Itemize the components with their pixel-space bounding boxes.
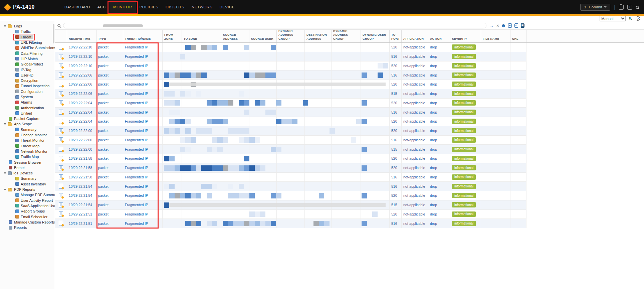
log-detail-icon[interactable] xyxy=(59,82,63,87)
sidebar-item-threat-monitor[interactable]: Threat Monitor xyxy=(0,138,55,143)
table-row[interactable]: 10/29 22:22:10packetFragmented IP520not-… xyxy=(55,61,526,71)
log-detail-icon[interactable] xyxy=(59,128,63,133)
log-detail-icon[interactable] xyxy=(59,156,63,161)
sidebar-item-decryption[interactable]: Decryption xyxy=(0,78,55,83)
sidebar-item-summary[interactable]: Summary xyxy=(0,176,55,181)
table-row[interactable]: 10/29 22:22:04packetFragmented IP520not-… xyxy=(55,99,526,108)
save-config-icon[interactable] xyxy=(627,5,632,10)
table-row[interactable]: 10/29 22:22:00packetFragmented IP515not-… xyxy=(55,145,526,154)
sidebar-item-system[interactable]: System xyxy=(0,94,55,100)
sidebar-item-unified[interactable]: Unified xyxy=(0,111,55,116)
log-detail-icon[interactable] xyxy=(59,119,63,124)
table-row[interactable]: 10/29 22:22:10packetFragmented IP516not-… xyxy=(55,52,526,61)
table-row[interactable]: 10/29 22:21:58packetFragmented IP516not-… xyxy=(55,173,526,182)
global-search-icon[interactable] xyxy=(636,6,639,9)
log-detail-icon[interactable] xyxy=(59,147,63,152)
sidebar-item-saas-application-usage[interactable]: SaaS Application Usage xyxy=(0,203,55,208)
sidebar-item-threat[interactable]: Threat xyxy=(0,34,55,40)
open-filter-icon[interactable] xyxy=(514,23,518,28)
sidebar-scrollbar-thumb[interactable] xyxy=(53,24,54,43)
table-row[interactable]: 10/29 22:22:10packetFragmented IP520not-… xyxy=(55,43,526,52)
column-header-receive-time[interactable]: RECEIVE TIME xyxy=(67,30,96,42)
log-detail-icon[interactable] xyxy=(59,202,63,207)
export-log-icon[interactable] xyxy=(521,23,524,28)
log-detail-icon[interactable] xyxy=(59,91,63,96)
table-row[interactable]: 10/29 22:22:00packetFragmented IP516not-… xyxy=(55,136,526,145)
column-header-severity[interactable]: SEVERITY xyxy=(450,30,481,42)
horizontal-scrollbar-thumb[interactable] xyxy=(103,24,143,27)
sidebar-item-app-scope[interactable]: App Scope xyxy=(0,121,55,127)
column-header-to-port[interactable]: TO PORT xyxy=(390,30,402,42)
log-detail-icon[interactable] xyxy=(59,221,63,226)
column-header-file-name[interactable]: FILE NAME xyxy=(481,30,510,42)
chevron-down-icon[interactable] xyxy=(4,172,6,174)
nav-tab-device[interactable]: DEVICE xyxy=(216,0,238,14)
log-detail-icon[interactable] xyxy=(59,110,63,115)
chevron-down-icon[interactable] xyxy=(4,123,6,125)
column-header-url[interactable]: URL xyxy=(510,30,526,42)
sidebar-item-globalprotect[interactable]: GlobalProtect xyxy=(0,61,55,67)
sidebar-item-user-id[interactable]: User-ID xyxy=(0,73,55,78)
table-row[interactable]: 10/29 22:21:51packetFragmented IP520not-… xyxy=(55,210,526,219)
log-detail-icon[interactable] xyxy=(59,45,63,50)
sidebar-item-network-monitor[interactable]: Network Monitor xyxy=(0,149,55,154)
refresh-icon[interactable]: ↻ xyxy=(629,16,633,21)
nav-tab-policies[interactable]: POLICIES xyxy=(136,0,162,14)
column-header-destination-dynamic-address-group[interactable]: DESTINATION DYNAMIC ADDRESS GROUP xyxy=(332,30,361,42)
sidebar-item-reports[interactable]: Reports xyxy=(0,225,55,230)
sidebar-item-session-browser[interactable]: Session Browser xyxy=(0,159,55,165)
sidebar-item-change-monitor[interactable]: Change Monitor xyxy=(0,132,55,138)
nav-tab-dashboard[interactable]: DASHBOARD xyxy=(61,0,93,14)
table-row[interactable]: 10/29 22:22:04packetFragmented IP516not-… xyxy=(55,108,526,117)
sidebar-item-data-filtering[interactable]: Data Filtering xyxy=(0,50,55,56)
table-row[interactable]: 10/29 22:22:04packetFragmented IP520not-… xyxy=(55,117,526,126)
log-detail-icon[interactable] xyxy=(59,184,63,189)
table-row[interactable]: 10/29 22:22:00packetFragmented IP520not-… xyxy=(55,126,526,136)
sidebar-item-tunnel-inspection[interactable]: Tunnel Inspection xyxy=(0,83,55,89)
column-header-to-zone[interactable]: TO ZONE xyxy=(182,30,221,42)
log-detail-icon[interactable] xyxy=(59,165,63,170)
table-row[interactable]: 10/29 22:21:54packetFragmented IP516not-… xyxy=(55,182,526,191)
save-filter-icon[interactable] xyxy=(508,23,512,28)
column-header-dynamic-user-group[interactable]: DYNAMIC USER GROUP xyxy=(361,30,390,42)
sidebar-item-threat-map[interactable]: Threat Map xyxy=(0,143,55,149)
chevron-down-icon[interactable] xyxy=(4,25,6,27)
log-detail-icon[interactable] xyxy=(59,100,63,105)
table-row[interactable]: 10/29 22:21:58packetFragmented IP520not-… xyxy=(55,163,526,173)
chevron-down-icon[interactable] xyxy=(4,189,6,190)
sidebar-item-configuration[interactable]: Configuration xyxy=(0,89,55,94)
sidebar-item-ip-tag[interactable]: IP-Tag xyxy=(0,67,55,72)
column-header-source-user[interactable]: SOURCE USER xyxy=(249,30,277,42)
add-filter-plus-icon[interactable]: ⊕ xyxy=(502,23,505,28)
sidebar-item-traffic-map[interactable]: Traffic Map xyxy=(0,154,55,159)
sidebar-item-traffic[interactable]: Traffic xyxy=(0,29,55,34)
column-header-threat-id-name[interactable]: THREAT ID/NAME xyxy=(123,30,163,42)
table-row[interactable]: 10/29 22:22:06packetFragmented IP515not-… xyxy=(55,89,526,99)
table-row[interactable]: 10/29 22:21:54packetFragmented IP515not-… xyxy=(55,200,526,210)
column-header-application[interactable]: APPLICATION xyxy=(402,30,428,42)
sidebar-item-packet-capture[interactable]: Packet Capture xyxy=(0,116,55,121)
sidebar-item-summary[interactable]: Summary xyxy=(0,127,55,132)
sidebar-item-asset-inventory[interactable]: Asset Inventory xyxy=(0,181,55,187)
column-header-type[interactable]: TYPE xyxy=(96,30,123,42)
sidebar-item-wildfire-submissions[interactable]: WildFire Submissions xyxy=(0,45,55,50)
sidebar-item-hip-match[interactable]: HIP Match xyxy=(0,56,55,61)
column-header-action[interactable]: ACTION xyxy=(428,30,450,42)
sidebar-item-alarms[interactable]: Alarms xyxy=(0,100,55,105)
column-header-detail[interactable] xyxy=(55,30,67,42)
sidebar-item-botnet[interactable]: Botnet xyxy=(0,165,55,170)
log-detail-icon[interactable] xyxy=(59,63,63,68)
nav-tab-network[interactable]: NETWORK xyxy=(188,0,216,14)
log-detail-icon[interactable] xyxy=(59,174,63,179)
column-header-source-address[interactable]: SOURCE ADDRESS xyxy=(221,30,249,42)
column-header-source-dynamic-address-group[interactable]: SOURCE DYNAMIC ADDRESS GROUP xyxy=(277,30,305,42)
column-header-destination-address[interactable]: DESTINATION ADDRESS xyxy=(305,30,332,42)
sidebar-item-authentication[interactable]: Authentication xyxy=(0,105,55,110)
sidebar-item-logs[interactable]: Logs xyxy=(0,23,55,29)
clear-filter-x-icon[interactable]: × xyxy=(496,23,499,28)
sidebar-item-manage-custom-reports[interactable]: Manage Custom Reports xyxy=(0,220,55,225)
table-row[interactable]: 10/29 22:22:06packetFragmented IP516not-… xyxy=(55,70,526,80)
log-detail-icon[interactable] xyxy=(59,211,63,216)
sidebar-item-url-filtering[interactable]: URL Filtering xyxy=(0,40,55,45)
log-detail-icon[interactable] xyxy=(59,73,63,78)
